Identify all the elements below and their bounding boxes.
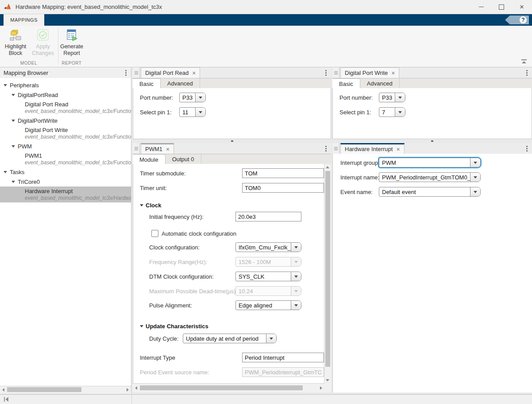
timer-submodule-input[interactable] (242, 168, 324, 178)
automatic-clock-checkbox[interactable] (151, 230, 158, 237)
expander-icon[interactable] (12, 120, 15, 122)
panel-drag-handle-icon[interactable] (133, 143, 140, 154)
duty-cycle-dropdown[interactable]: Update duty at end of period (183, 334, 277, 343)
dropdown-arrow-icon[interactable] (395, 93, 405, 102)
tree-group-tasks[interactable]: Tasks (0, 167, 131, 177)
tree-group-peripherals[interactable]: Peripherals (0, 80, 131, 90)
panel-drag-handle-icon[interactable] (332, 143, 339, 154)
subtab-output-0[interactable]: Output 0 (166, 154, 201, 164)
scroll-left-icon[interactable] (2, 388, 4, 392)
highlight-block-button[interactable]: Highlight Block (3, 27, 28, 59)
interrupt-name-dropdown[interactable]: PWM_PeriodInterrupt_GtmTOM0_20 (379, 172, 481, 182)
timer-unit-input[interactable] (242, 183, 324, 193)
dropdown-arrow-icon[interactable] (291, 272, 301, 281)
clock-configuration-dropdown[interactable]: IfxGtm_Cmu_Fxclk_0 (235, 242, 301, 252)
dropdown-arrow-icon[interactable] (266, 334, 276, 343)
dropdown-arrow-icon[interactable] (291, 301, 301, 310)
select-pin-dropdown[interactable]: 7 (379, 107, 405, 117)
subtab-basic[interactable]: Basic (332, 78, 360, 89)
tab-close-icon[interactable]: × (166, 146, 170, 152)
horizontal-splitter-right[interactable] (332, 139, 532, 143)
update-characteristics-section-header[interactable]: Update Characteristics (140, 321, 208, 331)
expander-icon[interactable] (12, 145, 15, 148)
scrollbar-thumb[interactable] (325, 171, 330, 367)
pwm1-horizontal-scrollbar[interactable] (133, 383, 324, 392)
initial-frequency-label: Initial frequency (Hz): (149, 214, 235, 220)
interrupt-type-input[interactable] (242, 353, 324, 362)
pwm1-tabbar: PWM1 × (133, 143, 331, 154)
expander-icon[interactable] (4, 84, 7, 86)
tree-item-hardware-interrupt[interactable]: Hardware Interrupt event_based_monolithi… (0, 186, 131, 202)
dropdown-arrow-icon[interactable] (196, 108, 205, 117)
interrupt-group-dropdown[interactable]: PWM (379, 158, 481, 167)
browser-horizontal-scrollbar[interactable] (0, 386, 131, 393)
tree-item-digital-port-read[interactable]: Digital Port Read event_based_monolithic… (0, 100, 131, 116)
dropdown-arrow-icon[interactable] (470, 158, 480, 167)
panel-drag-handle-icon[interactable] (332, 67, 339, 78)
dropdown-arrow-icon[interactable] (470, 187, 480, 196)
tree-group-digitalportread[interactable]: DigitalPortRead (0, 90, 131, 100)
generate-report-icon (65, 27, 78, 43)
duty-cycle-label: Duty Cycle: (149, 335, 183, 342)
tree-item-pwm1[interactable]: PWM1 event_based_monolithic_model_tc3x/F… (0, 151, 131, 167)
horizontal-splitter-mid[interactable] (133, 139, 331, 143)
dropdown-arrow-icon[interactable] (470, 173, 480, 182)
tab-digital-port-write[interactable]: Digital Port Write × (340, 67, 399, 78)
tab-close-icon[interactable]: × (391, 70, 395, 76)
select-pin-label: Select pin 1: (339, 109, 379, 116)
port-number-dropdown[interactable]: P33 (379, 93, 405, 102)
initial-frequency-input[interactable] (235, 212, 301, 221)
minimize-button[interactable] (471, 0, 491, 14)
select-pin-dropdown[interactable]: 11 (179, 107, 206, 117)
tab-close-icon[interactable]: × (192, 70, 196, 76)
section-collapse-icon[interactable] (140, 204, 143, 206)
scroll-right-icon[interactable] (320, 386, 322, 390)
generate-report-button[interactable]: Generate Report (59, 27, 85, 59)
tree-group-pwm[interactable]: PWM (0, 141, 131, 151)
event-name-dropdown[interactable]: Default event (379, 187, 481, 197)
pwm1-subtabs: Module Output 0 (133, 154, 331, 165)
collapse-panel-icon[interactable] (4, 396, 9, 402)
scroll-right-icon[interactable] (127, 388, 129, 392)
scroll-up-icon[interactable] (326, 166, 329, 168)
section-collapse-icon[interactable] (140, 325, 143, 327)
digital-port-read-menu-button[interactable] (324, 68, 328, 78)
pulse-alignment-dropdown[interactable]: Edge aligned (235, 300, 301, 310)
digital-port-write-menu-button[interactable] (524, 68, 529, 78)
port-number-dropdown[interactable]: P33 (179, 93, 206, 102)
tab-close-icon[interactable]: × (396, 146, 400, 152)
dropdown-arrow-icon[interactable] (291, 243, 301, 252)
tab-hardware-interrupt[interactable]: Hardware Interrupt × (340, 143, 405, 154)
dropdown-arrow-icon[interactable] (196, 93, 205, 102)
scroll-down-icon[interactable] (326, 379, 329, 381)
tree-item-digital-port-write[interactable]: Digital Port Write event_based_monolithi… (0, 125, 131, 141)
close-button[interactable]: × (512, 0, 532, 14)
expander-icon[interactable] (4, 171, 7, 173)
tree-group-digitalportwrite[interactable]: DigitalPortWrite (0, 116, 131, 125)
scrollbar-thumb[interactable] (7, 387, 81, 392)
tab-pwm1[interactable]: PWM1 × (141, 143, 174, 154)
tab-mappings[interactable]: MAPPINGS (4, 14, 44, 26)
dtm-clock-configuration-dropdown[interactable]: SYS_CLK (235, 272, 301, 281)
panel-drag-handle-icon[interactable] (133, 67, 140, 78)
collapse-ribbon-button[interactable] (521, 59, 527, 63)
maximize-button[interactable] (491, 0, 512, 14)
subtab-basic[interactable]: Basic (133, 78, 161, 89)
tree-group-tricore0[interactable]: TriCore0 (0, 177, 131, 186)
subtab-advanced[interactable]: Advanced (360, 78, 400, 89)
scrollbar-thumb[interactable] (140, 385, 303, 390)
expander-icon[interactable] (12, 181, 15, 183)
pwm1-content: Timer submodule: Timer unit: Clock Initi… (133, 164, 324, 384)
expander-icon[interactable] (12, 94, 15, 96)
pwm1-vertical-scrollbar[interactable] (324, 164, 331, 384)
pwm1-menu-button[interactable] (324, 144, 328, 153)
clock-section-header[interactable]: Clock (140, 200, 161, 210)
dropdown-arrow-icon[interactable] (395, 108, 405, 117)
hardware-interrupt-menu-button[interactable] (524, 144, 529, 153)
help-button[interactable]: ? (505, 16, 529, 24)
scroll-left-icon[interactable] (135, 386, 137, 390)
mapping-browser-menu-button[interactable] (123, 68, 128, 78)
subtab-advanced[interactable]: Advanced (161, 78, 200, 89)
subtab-module[interactable]: Module (133, 154, 166, 165)
tab-digital-port-read[interactable]: Digital Port Read × (141, 67, 200, 78)
